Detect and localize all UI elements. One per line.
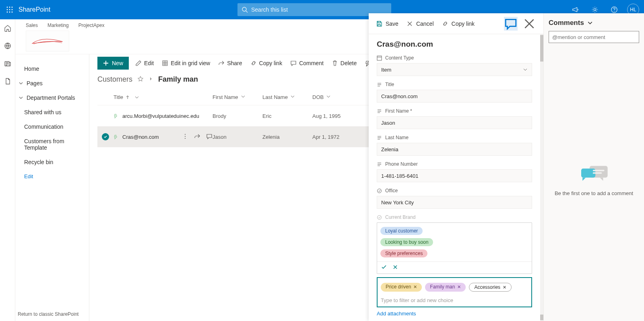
comment-button[interactable]: Comment bbox=[289, 60, 325, 66]
favorite-icon[interactable] bbox=[137, 76, 144, 83]
app-launcher-icon[interactable] bbox=[3, 3, 16, 16]
phone-input[interactable] bbox=[377, 169, 532, 182]
edit-panel: Save Cancel Copy link Cras@non.com Conte… bbox=[369, 13, 644, 321]
svg-point-2 bbox=[12, 7, 13, 8]
choice-option[interactable]: Style preferences bbox=[380, 249, 427, 257]
chevron-down-icon bbox=[326, 94, 331, 99]
panel-copylink-button[interactable]: Copy link bbox=[442, 21, 475, 27]
choice-option[interactable]: Looking to buy soon bbox=[380, 238, 433, 246]
brand-label[interactable]: SharePoint bbox=[19, 6, 50, 13]
home-icon[interactable] bbox=[4, 24, 12, 32]
chevron-right-icon bbox=[149, 76, 153, 82]
nav-shared[interactable]: Shared with us bbox=[15, 105, 89, 119]
site-logo[interactable] bbox=[26, 31, 69, 51]
choice-option[interactable]: Loyal customer bbox=[380, 227, 423, 235]
cancel-icon[interactable] bbox=[392, 264, 398, 271]
content-type-select[interactable]: Item bbox=[377, 63, 532, 76]
panel-cancel-button[interactable]: Cancel bbox=[407, 21, 434, 27]
first-input[interactable] bbox=[377, 116, 532, 129]
globe-icon[interactable] bbox=[4, 42, 12, 50]
choice-filter-input[interactable] bbox=[381, 297, 528, 303]
add-attachments-link[interactable]: Add attachments bbox=[377, 311, 416, 317]
grid-view-button[interactable]: Edit in grid view bbox=[160, 60, 212, 66]
panel-save-button[interactable]: Save bbox=[376, 21, 398, 27]
copy-link-button[interactable]: Copy link bbox=[249, 60, 284, 66]
row-more-icon[interactable] bbox=[182, 133, 188, 141]
classic-link[interactable]: Return to classic SharePoint bbox=[18, 311, 78, 317]
nav-pages-label: Pages bbox=[27, 80, 43, 86]
nav-recycle[interactable]: Recycle bin bbox=[15, 155, 89, 169]
text-icon bbox=[377, 82, 382, 87]
svg-point-4 bbox=[9, 9, 10, 10]
edit-button[interactable]: Edit bbox=[134, 60, 155, 66]
hub-nav-projectapex[interactable]: ProjectApex bbox=[78, 23, 105, 28]
office-input[interactable] bbox=[377, 196, 532, 209]
chip[interactable]: Family man✕ bbox=[425, 283, 466, 292]
chip-remove-icon[interactable]: ✕ bbox=[413, 284, 417, 289]
chip[interactable]: Price driven✕ bbox=[381, 283, 422, 292]
delete-button[interactable]: Delete bbox=[330, 60, 358, 66]
nav-customers-template[interactable]: Customers from Template bbox=[15, 134, 89, 155]
svg-point-11 bbox=[594, 8, 596, 10]
col-title[interactable]: Title bbox=[114, 94, 213, 100]
sort-asc-icon bbox=[126, 95, 130, 99]
cell-title[interactable]: Cras@non.com bbox=[114, 133, 213, 141]
svg-point-5 bbox=[12, 9, 13, 10]
field-last-name: Last Name bbox=[377, 135, 532, 156]
comments-heading[interactable]: Comments bbox=[549, 19, 639, 27]
files-icon[interactable] bbox=[4, 77, 12, 85]
choice-actions bbox=[377, 261, 532, 274]
hub-nav-sales[interactable]: Sales bbox=[26, 23, 38, 28]
chevron-down-icon bbox=[523, 67, 528, 72]
confirm-icon[interactable] bbox=[381, 264, 387, 271]
field-office: Office bbox=[377, 188, 532, 209]
toggle-comments-icon[interactable] bbox=[504, 17, 518, 31]
svg-line-10 bbox=[246, 11, 248, 12]
row-select[interactable] bbox=[97, 133, 114, 140]
new-button[interactable]: New bbox=[97, 57, 129, 70]
svg-rect-16 bbox=[163, 61, 167, 66]
chip-label: Price driven bbox=[386, 284, 411, 290]
comment-input[interactable] bbox=[549, 31, 639, 43]
nav-pages[interactable]: Pages bbox=[15, 76, 89, 91]
svg-rect-28 bbox=[592, 170, 604, 171]
breadcrumb-view[interactable]: Family man bbox=[158, 75, 198, 84]
cell-title[interactable]: arcu.Morbi@vulputateduinec.edu bbox=[114, 113, 213, 119]
gridview-label: Edit in grid view bbox=[171, 60, 210, 66]
chip-remove-icon[interactable]: ✕ bbox=[457, 284, 461, 289]
panel-save-label: Save bbox=[386, 21, 398, 27]
hub-nav-marketing[interactable]: Marketing bbox=[47, 23, 69, 28]
last-input[interactable] bbox=[377, 143, 532, 156]
nav-home[interactable]: Home bbox=[15, 62, 89, 76]
col-last-name[interactable]: Last Name bbox=[262, 94, 312, 100]
close-panel-icon[interactable] bbox=[522, 17, 536, 31]
col-first-label: First Name bbox=[213, 94, 238, 100]
cell-dob: Apr 1, 1972 bbox=[312, 134, 361, 140]
search-box[interactable] bbox=[237, 3, 391, 16]
nav-edit[interactable]: Edit bbox=[15, 169, 89, 183]
news-icon[interactable] bbox=[4, 60, 12, 68]
svg-point-8 bbox=[12, 12, 13, 13]
choice-input-box[interactable]: Price driven✕ Family man✕ Accessories✕ bbox=[377, 277, 532, 307]
col-dob[interactable]: DOB bbox=[312, 94, 361, 100]
svg-point-9 bbox=[242, 7, 246, 11]
panel-title: Cras@non.com bbox=[377, 40, 532, 49]
row-comment-icon[interactable] bbox=[206, 133, 213, 141]
content-type-icon bbox=[377, 56, 382, 61]
cell-first: Jason bbox=[213, 134, 262, 140]
chevron-down-icon bbox=[19, 81, 23, 86]
breadcrumb-list[interactable]: Customers bbox=[97, 75, 132, 84]
scrollbar[interactable] bbox=[540, 34, 543, 321]
content-type-value: Item bbox=[381, 67, 391, 73]
share-button[interactable]: Share bbox=[217, 60, 244, 66]
chevron-down-icon bbox=[241, 94, 246, 99]
nav-dept-label: Department Portals bbox=[27, 95, 75, 101]
chip[interactable]: Accessories✕ bbox=[469, 283, 512, 292]
chip-remove-icon[interactable]: ✕ bbox=[503, 285, 506, 290]
col-first-name[interactable]: First Name bbox=[213, 94, 262, 100]
nav-department-portals[interactable]: Department Portals bbox=[15, 91, 89, 105]
nav-communication[interactable]: Communication bbox=[15, 119, 89, 134]
title-input[interactable] bbox=[377, 90, 532, 103]
row-share-icon[interactable] bbox=[194, 133, 200, 141]
chevron-down-icon bbox=[290, 94, 295, 99]
